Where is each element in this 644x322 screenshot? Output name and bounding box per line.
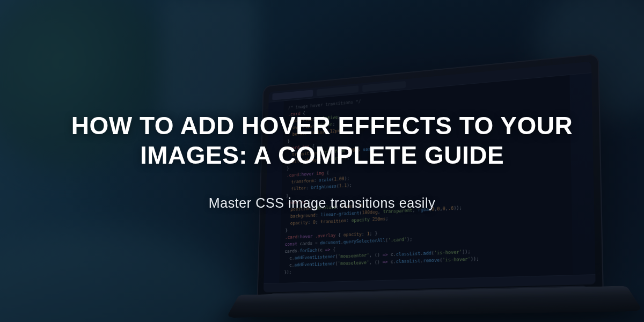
hero-title: HOW TO ADD HOVER EFFECTS TO YOUR IMAGES:… — [54, 111, 590, 170]
hero-subtitle: Master CSS image transitions easily — [209, 195, 436, 211]
hero-banner: /* image hover transitions */ .card { po… — [0, 0, 644, 322]
hero-copy: HOW TO ADD HOVER EFFECTS TO YOUR IMAGES:… — [0, 0, 644, 322]
